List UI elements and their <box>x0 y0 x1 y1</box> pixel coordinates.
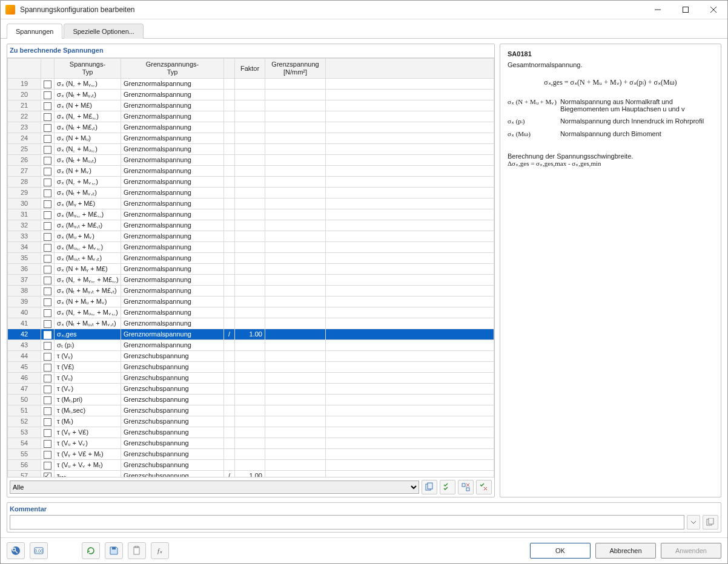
filter-select[interactable]: Alle <box>10 480 419 494</box>
cell-factor[interactable] <box>235 297 265 307</box>
cell-factor[interactable] <box>235 90 265 100</box>
row-checkbox[interactable] <box>41 297 55 307</box>
cell-limit-value[interactable] <box>265 297 326 307</box>
cell-factor[interactable] <box>235 405 265 416</box>
cell-limit-value[interactable] <box>265 351 326 362</box>
table-row[interactable]: 53τ (Vᵧ + V₤)Grenzschubspannung <box>8 427 494 438</box>
row-checkbox[interactable] <box>41 198 55 209</box>
cell-limit-type[interactable]: Grenznormalspannung <box>121 111 224 122</box>
cell-stress-type[interactable]: σₓ (Mᵧ + M₤) <box>55 198 121 209</box>
cell-stress-type[interactable]: σₓ (Mᵧ,ₜ + M₤,ₜ) <box>55 220 121 231</box>
row-checkbox[interactable] <box>41 133 55 144</box>
cell-stress-type[interactable]: σₓ (Mᵧ,꜀ + M₤,꜀) <box>55 209 121 220</box>
row-checkbox[interactable] <box>41 155 55 166</box>
cell-limit-type[interactable]: Grenzschubspannung <box>121 460 224 471</box>
maximize-button[interactable] <box>672 1 700 19</box>
cell-limit-type[interactable]: Grenznormalspannung <box>121 133 224 144</box>
table-row[interactable]: 19σₓ (N꜀ + Mᵧ,꜀)Grenznormalspannung <box>8 79 494 90</box>
cell-limit-type[interactable]: Grenzschubspannung <box>121 438 224 449</box>
units-icon[interactable]: 0,00 <box>30 542 48 559</box>
cell-factor[interactable] <box>235 111 265 122</box>
cell-stress-type[interactable]: σₓ (Nₜ + Mᵧ,ₜ) <box>55 90 121 100</box>
cell-limit-value[interactable] <box>265 405 326 416</box>
cell-factor[interactable] <box>235 362 265 373</box>
cell-limit-value[interactable] <box>265 340 326 351</box>
row-checkbox[interactable] <box>41 275 55 286</box>
tab-stresses[interactable]: Spannungen <box>7 24 62 39</box>
invert-check-icon[interactable] <box>476 480 492 494</box>
cell-factor[interactable] <box>235 460 265 471</box>
row-checkbox[interactable] <box>41 209 55 220</box>
cell-limit-type[interactable]: Grenznormalspannung <box>121 297 224 307</box>
cell-limit-value[interactable] <box>265 242 326 253</box>
cell-limit-type[interactable]: Grenznormalspannung <box>121 231 224 242</box>
row-checkbox[interactable] <box>41 253 55 264</box>
cell-factor[interactable] <box>235 427 265 438</box>
cell-limit-value[interactable] <box>265 275 326 286</box>
cell-limit-value[interactable] <box>265 264 326 275</box>
cell-limit-value[interactable] <box>265 286 326 297</box>
row-checkbox[interactable] <box>41 329 55 340</box>
cell-limit-value[interactable] <box>265 427 326 438</box>
table-row[interactable]: 22σₓ (N꜀ + M₤,꜀)Grenznormalspannung <box>8 111 494 122</box>
cancel-button[interactable]: Abbrechen <box>595 543 656 559</box>
cell-stress-type[interactable]: τ (Vᵧ) <box>55 351 121 362</box>
row-checkbox[interactable] <box>41 220 55 231</box>
comment-dropdown-icon[interactable] <box>687 515 700 530</box>
table-row[interactable]: 44τ (Vᵧ)Grenzschubspannung <box>8 351 494 362</box>
cell-factor[interactable] <box>235 198 265 209</box>
cell-factor[interactable] <box>235 286 265 297</box>
table-row[interactable]: 28σₓ (N꜀ + Mᵥ,꜀)Grenznormalspannung <box>8 177 494 188</box>
row-checkbox[interactable] <box>41 79 55 90</box>
cell-limit-value[interactable] <box>265 90 326 100</box>
cell-factor[interactable] <box>235 100 265 111</box>
table-row[interactable]: 23σₓ (Nₜ + M₤,ₜ)Grenznormalspannung <box>8 122 494 133</box>
cell-factor[interactable] <box>235 231 265 242</box>
table-row[interactable]: 42σₓ,gesGrenznormalspannung/1.00 <box>8 329 494 340</box>
cell-stress-type[interactable]: σₓ (N꜀ + M₤,꜀) <box>55 111 121 122</box>
cell-limit-value[interactable] <box>265 318 326 329</box>
check-all-icon[interactable] <box>440 480 455 494</box>
cell-factor[interactable] <box>235 373 265 384</box>
cell-factor[interactable]: 1.00 <box>235 329 265 340</box>
cell-stress-type[interactable]: σₓ (N꜀ + Mᵧ,꜀ + M₤,꜀) <box>55 275 121 286</box>
clipboard-icon[interactable] <box>128 542 146 559</box>
cell-stress-type[interactable]: σₓ (Mᵤ,꜀ + Mᵥ,꜀) <box>55 242 121 253</box>
cell-limit-type[interactable]: Grenznormalspannung <box>121 155 224 166</box>
cell-limit-type[interactable]: Grenzschubspannung <box>121 427 224 438</box>
copy-config-icon[interactable] <box>422 480 437 494</box>
cell-stress-type[interactable]: σₓ (N + Mᵤ + Mᵥ) <box>55 297 121 307</box>
cell-stress-type[interactable]: σₓ (Nₜ + Mᵤ,ₜ) <box>55 155 121 166</box>
table-row[interactable]: 21σₓ (N + M₤)Grenznormalspannung <box>8 100 494 111</box>
help-icon[interactable] <box>7 542 25 559</box>
table-row[interactable]: 34σₓ (Mᵤ,꜀ + Mᵥ,꜀)Grenznormalspannung <box>8 242 494 253</box>
cell-stress-type[interactable]: τ (Vᵧ + V₤ + Mₜ) <box>55 449 121 460</box>
cell-limit-type[interactable]: Grenznormalspannung <box>121 340 224 351</box>
table-row[interactable]: 56τ (Vᵤ + Vᵥ + Mₜ)Grenzschubspannung <box>8 460 494 471</box>
cell-limit-value[interactable] <box>265 329 326 340</box>
cell-limit-value[interactable] <box>265 307 326 318</box>
table-row[interactable]: 33σₓ (Mᵤ + Mᵥ)Grenznormalspannung <box>8 231 494 242</box>
cell-stress-type[interactable]: τ (Vᵤ) <box>55 373 121 384</box>
stresses-grid-scroll[interactable]: Spannungs-Typ Grenzspannungs-Typ Faktor … <box>7 57 494 477</box>
row-checkbox[interactable] <box>41 231 55 242</box>
cell-limit-type[interactable]: Grenzschubspannung <box>121 471 224 477</box>
row-checkbox[interactable] <box>41 264 55 275</box>
cell-stress-type[interactable]: σₜ (pᵢ) <box>55 340 121 351</box>
cell-limit-value[interactable] <box>265 438 326 449</box>
cell-stress-type[interactable]: σₓ,ges <box>55 329 121 340</box>
cell-factor[interactable] <box>235 144 265 155</box>
table-row[interactable]: 36σₓ (N + Mᵧ + M₤)Grenznormalspannung <box>8 264 494 275</box>
cell-limit-value[interactable] <box>265 220 326 231</box>
row-checkbox[interactable] <box>41 177 55 188</box>
cell-limit-type[interactable]: Grenzschubspannung <box>121 384 224 395</box>
table-row[interactable]: 29σₓ (Nₜ + Mᵥ,ₜ)Grenznormalspannung <box>8 188 494 198</box>
table-row[interactable]: 30σₓ (Mᵧ + M₤)Grenznormalspannung <box>8 198 494 209</box>
table-row[interactable]: 41σₓ (Nₜ + Mᵤ,ₜ + Mᵥ,ₜ)Grenznormalspannu… <box>8 318 494 329</box>
cell-limit-type[interactable]: Grenzschubspannung <box>121 405 224 416</box>
table-row[interactable]: 24σₓ (N + Mᵤ)Grenznormalspannung <box>8 133 494 144</box>
row-checkbox[interactable] <box>41 90 55 100</box>
cell-factor[interactable] <box>235 166 265 177</box>
table-row[interactable]: 26σₓ (Nₜ + Mᵤ,ₜ)Grenznormalspannung <box>8 155 494 166</box>
row-checkbox[interactable] <box>41 362 55 373</box>
